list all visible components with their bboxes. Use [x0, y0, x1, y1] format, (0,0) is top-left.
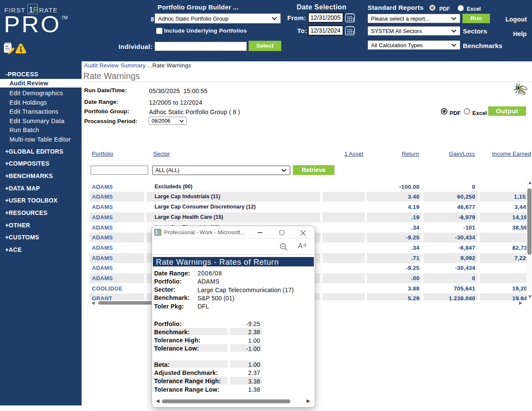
svg-text:A: A [298, 242, 303, 250]
